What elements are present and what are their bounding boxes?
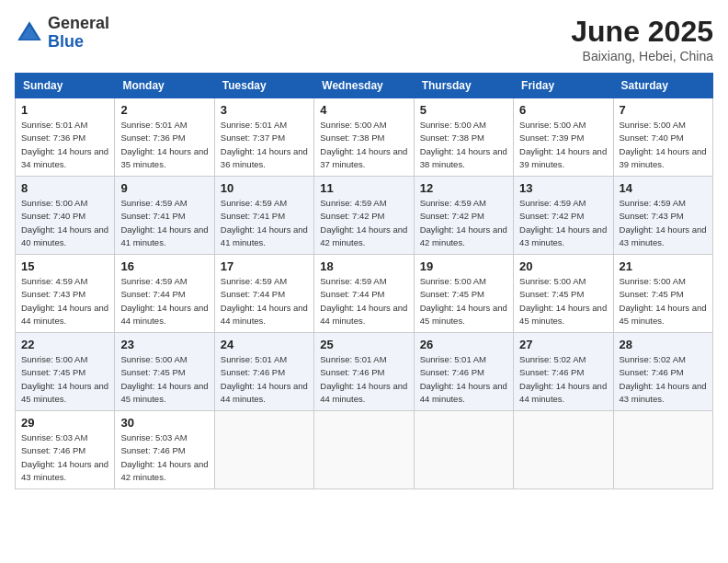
table-row <box>314 411 414 489</box>
table-row: 7 Sunrise: 5:00 AM Sunset: 7:40 PM Dayli… <box>613 98 712 177</box>
logo-icon <box>15 18 44 48</box>
day-info: Sunrise: 5:02 AM Sunset: 7:46 PM Dayligh… <box>519 353 607 406</box>
table-row: 25 Sunrise: 5:01 AM Sunset: 7:46 PM Dayl… <box>314 333 414 411</box>
day-info: Sunrise: 4:59 AM Sunset: 7:43 PM Dayligh… <box>21 275 108 327</box>
col-friday: Friday <box>514 74 613 98</box>
day-number: 29 <box>21 416 108 430</box>
day-info: Sunrise: 5:00 AM Sunset: 7:39 PM Dayligh… <box>519 119 607 171</box>
col-saturday: Saturday <box>613 74 712 98</box>
table-row: 26 Sunrise: 5:01 AM Sunset: 7:46 PM Dayl… <box>414 333 513 411</box>
table-row: 14 Sunrise: 4:59 AM Sunset: 7:43 PM Dayl… <box>613 177 712 255</box>
table-row: 17 Sunrise: 4:59 AM Sunset: 7:44 PM Dayl… <box>214 255 313 333</box>
day-info: Sunrise: 4:59 AM Sunset: 7:42 PM Dayligh… <box>519 197 607 249</box>
table-row: 30 Sunrise: 5:03 AM Sunset: 7:46 PM Dayl… <box>115 411 214 489</box>
day-number: 20 <box>519 259 607 273</box>
day-number: 16 <box>120 259 208 273</box>
day-info: Sunrise: 5:00 AM Sunset: 7:45 PM Dayligh… <box>620 275 707 327</box>
day-number: 18 <box>320 259 407 273</box>
day-number: 17 <box>221 259 308 273</box>
table-row: 9 Sunrise: 4:59 AM Sunset: 7:41 PM Dayli… <box>115 177 214 255</box>
col-wednesday: Wednesday <box>314 74 414 98</box>
table-row: 19 Sunrise: 5:00 AM Sunset: 7:45 PM Dayl… <box>414 255 513 333</box>
day-info: Sunrise: 5:00 AM Sunset: 7:45 PM Dayligh… <box>420 275 507 327</box>
day-info: Sunrise: 5:01 AM Sunset: 7:46 PM Dayligh… <box>420 353 507 406</box>
day-number: 28 <box>620 338 707 351</box>
table-row: 21 Sunrise: 5:00 AM Sunset: 7:45 PM Dayl… <box>613 255 712 333</box>
day-info: Sunrise: 5:03 AM Sunset: 7:46 PM Dayligh… <box>21 431 108 484</box>
day-info: Sunrise: 5:02 AM Sunset: 7:46 PM Dayligh… <box>620 353 707 406</box>
table-row <box>414 411 513 489</box>
day-number: 23 <box>120 338 208 351</box>
day-info: Sunrise: 5:00 AM Sunset: 7:38 PM Dayligh… <box>420 119 507 171</box>
table-row: 22 Sunrise: 5:00 AM Sunset: 7:45 PM Dayl… <box>16 333 115 411</box>
day-info: Sunrise: 4:59 AM Sunset: 7:42 PM Dayligh… <box>420 197 507 249</box>
col-tuesday: Tuesday <box>214 74 313 98</box>
table-row: 13 Sunrise: 4:59 AM Sunset: 7:42 PM Dayl… <box>514 177 613 255</box>
day-number: 19 <box>420 259 507 273</box>
day-info: Sunrise: 4:59 AM Sunset: 7:44 PM Dayligh… <box>320 275 407 327</box>
table-row: 18 Sunrise: 4:59 AM Sunset: 7:44 PM Dayl… <box>314 255 414 333</box>
day-number: 12 <box>420 181 507 195</box>
calendar: Sunday Monday Tuesday Wednesday Thursday… <box>15 73 713 489</box>
logo: General Blue <box>15 15 109 52</box>
table-row: 6 Sunrise: 5:00 AM Sunset: 7:39 PM Dayli… <box>514 98 613 177</box>
day-number: 9 <box>120 181 208 195</box>
table-row: 5 Sunrise: 5:00 AM Sunset: 7:38 PM Dayli… <box>414 98 513 177</box>
table-row: 29 Sunrise: 5:03 AM Sunset: 7:46 PM Dayl… <box>16 411 115 489</box>
day-number: 21 <box>620 259 707 273</box>
logo-general-text: General <box>48 14 109 32</box>
day-info: Sunrise: 4:59 AM Sunset: 7:42 PM Dayligh… <box>320 197 407 249</box>
day-info: Sunrise: 5:01 AM Sunset: 7:46 PM Dayligh… <box>320 353 407 406</box>
title-area: June 2025 Baixiang, Hebei, China <box>571 15 713 63</box>
day-number: 1 <box>21 103 108 117</box>
day-number: 10 <box>221 181 308 195</box>
table-row: 1 Sunrise: 5:01 AM Sunset: 7:36 PM Dayli… <box>16 98 115 177</box>
day-number: 27 <box>519 338 607 351</box>
day-number: 13 <box>519 181 607 195</box>
table-row: 2 Sunrise: 5:01 AM Sunset: 7:36 PM Dayli… <box>115 98 214 177</box>
day-info: Sunrise: 4:59 AM Sunset: 7:41 PM Dayligh… <box>120 197 208 249</box>
month-title: June 2025 <box>571 15 713 49</box>
calendar-week-row: 22 Sunrise: 5:00 AM Sunset: 7:45 PM Dayl… <box>16 333 713 411</box>
day-info: Sunrise: 5:01 AM Sunset: 7:37 PM Dayligh… <box>221 119 308 171</box>
day-info: Sunrise: 5:00 AM Sunset: 7:40 PM Dayligh… <box>620 119 707 171</box>
day-number: 4 <box>320 103 407 117</box>
col-thursday: Thursday <box>414 74 513 98</box>
calendar-week-row: 8 Sunrise: 5:00 AM Sunset: 7:40 PM Dayli… <box>16 177 713 255</box>
day-number: 2 <box>120 103 208 117</box>
day-info: Sunrise: 4:59 AM Sunset: 7:43 PM Dayligh… <box>620 197 707 249</box>
table-row: 3 Sunrise: 5:01 AM Sunset: 7:37 PM Dayli… <box>214 98 313 177</box>
day-number: 24 <box>221 338 308 351</box>
table-row: 4 Sunrise: 5:00 AM Sunset: 7:38 PM Dayli… <box>314 98 414 177</box>
day-info: Sunrise: 5:01 AM Sunset: 7:36 PM Dayligh… <box>21 119 108 171</box>
header: General Blue June 2025 Baixiang, Hebei, … <box>15 15 713 63</box>
day-number: 11 <box>320 181 407 195</box>
table-row: 28 Sunrise: 5:02 AM Sunset: 7:46 PM Dayl… <box>613 333 712 411</box>
table-row: 16 Sunrise: 4:59 AM Sunset: 7:44 PM Dayl… <box>115 255 214 333</box>
day-number: 14 <box>620 181 707 195</box>
table-row <box>514 411 613 489</box>
calendar-week-row: 1 Sunrise: 5:01 AM Sunset: 7:36 PM Dayli… <box>16 98 713 177</box>
day-number: 8 <box>21 181 108 195</box>
table-row <box>214 411 313 489</box>
table-row: 24 Sunrise: 5:01 AM Sunset: 7:46 PM Dayl… <box>214 333 313 411</box>
day-info: Sunrise: 5:01 AM Sunset: 7:46 PM Dayligh… <box>221 353 308 406</box>
logo-blue-text: Blue <box>48 32 84 51</box>
day-number: 30 <box>120 416 208 430</box>
table-row: 15 Sunrise: 4:59 AM Sunset: 7:43 PM Dayl… <box>16 255 115 333</box>
table-row <box>613 411 712 489</box>
day-info: Sunrise: 4:59 AM Sunset: 7:44 PM Dayligh… <box>120 275 208 327</box>
table-row: 12 Sunrise: 4:59 AM Sunset: 7:42 PM Dayl… <box>414 177 513 255</box>
day-info: Sunrise: 5:00 AM Sunset: 7:40 PM Dayligh… <box>21 197 108 249</box>
col-sunday: Sunday <box>16 74 115 98</box>
day-info: Sunrise: 5:01 AM Sunset: 7:36 PM Dayligh… <box>120 119 208 171</box>
table-row: 23 Sunrise: 5:00 AM Sunset: 7:45 PM Dayl… <box>115 333 214 411</box>
calendar-week-row: 15 Sunrise: 4:59 AM Sunset: 7:43 PM Dayl… <box>16 255 713 333</box>
table-row: 27 Sunrise: 5:02 AM Sunset: 7:46 PM Dayl… <box>514 333 613 411</box>
day-number: 22 <box>21 338 108 351</box>
location: Baixiang, Hebei, China <box>571 49 713 63</box>
table-row: 8 Sunrise: 5:00 AM Sunset: 7:40 PM Dayli… <box>16 177 115 255</box>
table-row: 10 Sunrise: 4:59 AM Sunset: 7:41 PM Dayl… <box>214 177 313 255</box>
day-info: Sunrise: 5:00 AM Sunset: 7:45 PM Dayligh… <box>21 353 108 406</box>
day-number: 26 <box>420 338 507 351</box>
